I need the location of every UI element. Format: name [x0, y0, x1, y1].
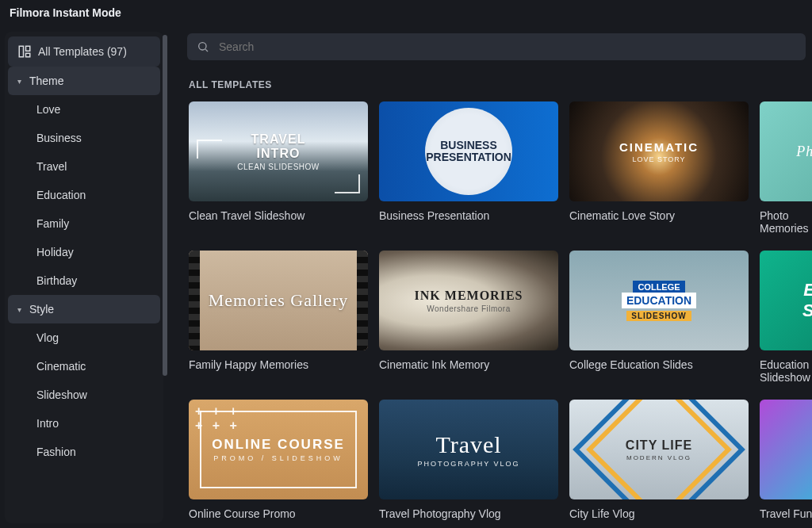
sidebar-item-slideshow[interactable]: Slideshow: [30, 381, 160, 409]
section-title: ALL TEMPLATES: [189, 79, 812, 90]
sidebar-item-intro[interactable]: Intro: [30, 409, 160, 438]
template-thumb: Photo Memories: [760, 101, 812, 201]
sidebar-item-fashion[interactable]: Fashion: [30, 438, 160, 466]
grid-icon: [17, 44, 32, 59]
template-thumb: EducationSlideshow: [760, 251, 812, 350]
template-label: Travel Photography Vlog: [379, 507, 558, 520]
template-card[interactable]: INK MEMORIES Wondershare Filmora Cinemat…: [379, 251, 558, 384]
template-thumb: COLLEGE EDUCATION SLIDESHOW: [569, 251, 749, 350]
sidebar-all-templates[interactable]: All Templates (97): [8, 36, 160, 67]
sidebar-item-label: Cinematic: [36, 360, 86, 373]
sidebar-item-label: Holiday: [36, 246, 74, 258]
template-label: Photo Memories: [760, 209, 812, 235]
sidebar-item-label: Education: [36, 189, 86, 201]
template-label: Cinematic Love Story: [569, 209, 749, 222]
template-thumb: Memories Gallery: [189, 251, 368, 350]
sidebar-item-birthday[interactable]: Birthday: [30, 266, 160, 295]
template-label: College Education Slides: [569, 358, 749, 371]
template-card[interactable]: Photo Memories Photo Memories: [760, 101, 812, 235]
template-card[interactable]: CINEMATIC LOVE STORY Cinematic Love Stor…: [569, 101, 749, 235]
template-thumb: CITY LIFE MODERN VLOG: [569, 400, 749, 499]
sidebar-group-style-label: Style: [29, 303, 54, 316]
sidebar-item-label: Family: [36, 217, 69, 230]
template-card[interactable]: Memories Gallery Family Happy Memories: [189, 251, 368, 384]
app-title: Filmora Instant Mode: [0, 0, 812, 27]
sidebar-item-label: Birthday: [36, 274, 77, 287]
template-card[interactable]: TRAVELINTRO CLEAN SLIDESHOW Clean Travel…: [189, 101, 368, 235]
sidebar-group-style[interactable]: ▾ Style: [8, 295, 160, 323]
template-label: Business Presentation: [379, 209, 558, 222]
sidebar-item-travel[interactable]: Travel: [30, 152, 160, 181]
sidebar-item-family[interactable]: Family: [30, 209, 160, 238]
sidebar-item-cinematic[interactable]: Cinematic: [30, 352, 160, 381]
template-label: City Life Vlog: [569, 507, 749, 520]
template-thumb: CINEMATIC LOVE STORY: [569, 101, 749, 201]
svg-rect-0: [19, 46, 23, 57]
search-input[interactable]: [217, 40, 796, 54]
caret-down-icon: ▾: [17, 305, 21, 314]
template-card[interactable]: Travel PHOTOGRAPHY VLOG Travel Photograp…: [379, 400, 558, 520]
svg-point-3: [199, 43, 206, 50]
sidebar-item-label: Business: [36, 132, 82, 144]
template-label: Travel Fun: [760, 507, 812, 520]
template-thumb: TRAVELINTRO CLEAN SLIDESHOW: [189, 101, 368, 201]
sidebar-item-label: Intro: [36, 417, 59, 430]
sidebar-group-theme-label: Theme: [29, 75, 64, 87]
template-grid: TRAVELINTRO CLEAN SLIDESHOW Clean Travel…: [189, 101, 812, 520]
sidebar-item-holiday[interactable]: Holiday: [30, 238, 160, 266]
template-card[interactable]: + + ++ + + ONLINE COURSE PROMO / SLIDESH…: [189, 400, 368, 520]
template-label: Online Course Promo: [189, 507, 368, 520]
template-card[interactable]: COLLEGE EDUCATION SLIDESHOW College Educ…: [569, 251, 749, 384]
search-bar[interactable]: [187, 33, 806, 60]
template-thumb: Travel PHOTOGRAPHY VLOG: [379, 400, 558, 499]
template-label: Cinematic Ink Memory: [379, 358, 558, 371]
template-thumb: + + ++ + + ONLINE COURSE PROMO / SLIDESH…: [189, 400, 368, 499]
template-card[interactable]: BUSINESSPRESENTATION Business Presentati…: [379, 101, 558, 235]
sidebar-scrollbar[interactable]: [163, 35, 167, 376]
sidebar-item-education[interactable]: Education: [30, 181, 160, 209]
sidebar-item-business[interactable]: Business: [30, 124, 160, 152]
sidebar-item-love[interactable]: Love: [30, 95, 160, 124]
template-label: Clean Travel Slideshow: [189, 209, 368, 222]
sidebar-item-vlog[interactable]: Vlog: [30, 323, 160, 352]
sidebar-item-label: Slideshow: [36, 388, 87, 401]
sidebar-item-label: Vlog: [36, 331, 59, 344]
sidebar-item-label: Fashion: [36, 446, 76, 458]
template-thumb: INK MEMORIES Wondershare Filmora: [379, 251, 558, 350]
main-panel: ALL TEMPLATES TRAVELINTRO CLEAN SLIDESHO…: [170, 27, 812, 528]
template-card[interactable]: EducationSlideshow Education Slideshow: [760, 251, 812, 384]
template-label: Family Happy Memories: [189, 358, 368, 371]
sidebar-item-label: Love: [36, 103, 60, 116]
sidebar: All Templates (97) ▾ Theme Love Business…: [0, 27, 170, 528]
svg-rect-2: [26, 53, 30, 57]
svg-rect-1: [26, 46, 30, 51]
sidebar-group-theme[interactable]: ▾ Theme: [8, 67, 160, 95]
template-label: Education Slideshow: [760, 358, 812, 384]
template-thumb: BUSINESSPRESENTATION: [379, 101, 558, 201]
template-card[interactable]: Travel Fun: [760, 400, 812, 520]
sidebar-item-label: Travel: [36, 160, 67, 173]
sidebar-all-label: All Templates (97): [38, 45, 127, 58]
svg-line-4: [205, 49, 208, 52]
template-thumb: [760, 400, 812, 499]
caret-down-icon: ▾: [17, 77, 21, 86]
template-card[interactable]: CITY LIFE MODERN VLOG City Life Vlog: [569, 400, 749, 520]
search-icon: [197, 40, 209, 53]
